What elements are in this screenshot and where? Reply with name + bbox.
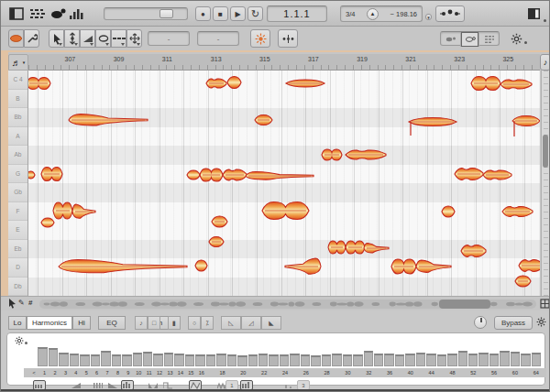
track-list-icon[interactable] bbox=[29, 6, 48, 21]
tempo-options-button[interactable]: ▾ bbox=[425, 14, 432, 20]
tempo-value[interactable]: ~ 198.16 bbox=[390, 10, 417, 18]
tab-eq[interactable]: EQ bbox=[98, 316, 126, 330]
note-blob[interactable] bbox=[455, 169, 483, 180]
note-blob[interactable] bbox=[346, 150, 386, 159]
mode-grid-button[interactable] bbox=[479, 32, 499, 47]
cursor-mode-b-button[interactable]: ◿ bbox=[241, 316, 261, 330]
harmonic-slider-3[interactable] bbox=[59, 353, 68, 366]
note-blob[interactable] bbox=[442, 206, 455, 217]
harmonic-slider-39[interactable] bbox=[437, 354, 446, 366]
note-blob[interactable] bbox=[187, 170, 200, 180]
harmonic-slider-17[interactable] bbox=[206, 354, 215, 366]
harmonic-slider-33[interactable] bbox=[374, 354, 383, 366]
harmonic-slider-41[interactable] bbox=[458, 351, 468, 366]
scale-dropdown[interactable]: - bbox=[197, 31, 239, 46]
copy-settings-button[interactable]: ⁒ bbox=[201, 316, 214, 330]
harmonic-slider-6[interactable] bbox=[91, 354, 100, 366]
harmonic-slider-13[interactable] bbox=[164, 353, 173, 366]
overview-miniature-bar[interactable] bbox=[39, 299, 536, 309]
panel-toggle-icon[interactable] bbox=[527, 6, 542, 21]
note-blob[interactable] bbox=[322, 149, 342, 160]
note-blob-icon[interactable] bbox=[50, 6, 67, 21]
harmonic-slider-45[interactable] bbox=[500, 351, 509, 366]
harmonic-slider-20[interactable] bbox=[237, 355, 247, 366]
tab-hi[interactable]: Hi bbox=[72, 316, 91, 330]
harmonics-settings-dot[interactable] bbox=[25, 342, 28, 344]
note-blob[interactable] bbox=[59, 260, 187, 273]
harmonic-slider-2[interactable] bbox=[49, 348, 58, 366]
tab-lo[interactable]: Lo bbox=[8, 316, 27, 330]
bypass-button[interactable]: Bypass bbox=[494, 316, 533, 330]
pitch-label-b[interactable]: B bbox=[8, 90, 28, 109]
note-blob[interactable] bbox=[286, 80, 324, 87]
mode-outline-button[interactable] bbox=[460, 32, 479, 47]
overview-pointer-icon[interactable] bbox=[8, 299, 16, 309]
pitch-label-g[interactable]: G bbox=[8, 165, 28, 184]
note-editor-grid[interactable] bbox=[28, 71, 540, 296]
harmonic-slider-31[interactable] bbox=[353, 354, 362, 366]
harmonic-slider-64[interactable] bbox=[532, 353, 541, 366]
harmonic-slider-22[interactable] bbox=[258, 354, 268, 366]
harmonic-slider-11[interactable] bbox=[143, 352, 152, 366]
zoom-slider[interactable] bbox=[104, 7, 188, 20]
mix-knob[interactable] bbox=[474, 316, 487, 329]
harmonic-slider-23[interactable] bbox=[269, 354, 278, 366]
note-blob[interactable] bbox=[72, 204, 95, 218]
pitch-label-db[interactable]: Db bbox=[8, 278, 28, 297]
harmonic-slider-47[interactable] bbox=[521, 354, 530, 366]
harmonic-slider-40[interactable] bbox=[405, 354, 414, 366]
time-handle-tool-button[interactable] bbox=[126, 29, 142, 48]
harmonic-slider-37[interactable] bbox=[416, 353, 425, 366]
pitch-grid-snap-button[interactable] bbox=[250, 29, 270, 48]
pitch-tool-button[interactable] bbox=[64, 29, 80, 48]
time-signature[interactable]: 3/4 bbox=[346, 10, 355, 18]
reset-circle-button[interactable]: ○ bbox=[188, 316, 201, 330]
pitch-label-eb[interactable]: Eb bbox=[8, 240, 28, 259]
tempo-display[interactable]: 3/4 ▲ ~ 198.16 bbox=[340, 5, 423, 22]
note-blob[interactable] bbox=[391, 259, 416, 274]
overview-pencil-icon[interactable]: ✎ bbox=[18, 299, 25, 307]
harmonic-slider-9[interactable] bbox=[122, 354, 131, 366]
harmonic-slider-4[interactable] bbox=[70, 354, 79, 366]
harmonics-settings-gear-icon[interactable] bbox=[15, 336, 24, 345]
harmonic-slider-30[interactable] bbox=[343, 354, 352, 366]
editor-settings-gear-icon[interactable] bbox=[511, 33, 522, 45]
note-blob[interactable] bbox=[461, 245, 486, 257]
clef-button[interactable]: ♬▾ bbox=[8, 54, 28, 71]
harmonic-slider-35[interactable] bbox=[395, 354, 404, 366]
vertical-scrollbar[interactable] bbox=[541, 71, 549, 296]
note-assignment-tool-button[interactable] bbox=[24, 29, 39, 48]
harmonic-slider-5[interactable] bbox=[80, 354, 89, 366]
main-tool-button[interactable] bbox=[8, 29, 24, 48]
pitch-label-bb[interactable]: Bb bbox=[8, 108, 28, 127]
harmonic-slider-48[interactable] bbox=[447, 354, 456, 366]
pitch-label-gb[interactable]: Gb bbox=[8, 183, 28, 202]
window-layout-icon[interactable] bbox=[9, 6, 25, 21]
harmonic-slider-32[interactable] bbox=[364, 351, 373, 366]
bar-ruler[interactable]: 307309311313315317319321323325 bbox=[28, 54, 540, 71]
mode-blobs-button[interactable] bbox=[441, 32, 460, 47]
note-blob[interactable] bbox=[206, 79, 226, 88]
harmonic-slider-14[interactable] bbox=[174, 354, 183, 366]
note-value-button[interactable]: ♪ bbox=[540, 54, 550, 71]
note-blob[interactable] bbox=[223, 169, 247, 180]
cursor-mode-c-button[interactable]: ◣ bbox=[261, 316, 281, 330]
note-blob[interactable] bbox=[227, 77, 241, 89]
settings-dot[interactable] bbox=[524, 41, 527, 44]
harmonic-slider-44[interactable] bbox=[426, 354, 435, 366]
pitch-label-c4[interactable]: C 4 bbox=[8, 71, 28, 90]
harmonic-slider-19[interactable] bbox=[227, 354, 236, 366]
pitch-label-a[interactable]: A bbox=[8, 127, 28, 147]
note-blob[interactable] bbox=[483, 170, 512, 180]
pitch-label-f[interactable]: F bbox=[8, 202, 28, 222]
tab-harmonics[interactable]: Harmonics bbox=[27, 316, 72, 330]
note-blob[interactable] bbox=[519, 260, 540, 272]
zoom-slider-handle[interactable] bbox=[160, 9, 173, 18]
overview-sharp-icon[interactable]: # bbox=[28, 299, 32, 307]
timing-tool-button[interactable] bbox=[111, 29, 126, 48]
harmonic-slider-18[interactable] bbox=[216, 354, 226, 366]
note-blob[interactable] bbox=[255, 115, 272, 125]
note-blob[interactable] bbox=[502, 206, 533, 216]
harmonic-slider-16[interactable] bbox=[195, 354, 204, 366]
harmonic-slider-1[interactable] bbox=[38, 347, 47, 366]
